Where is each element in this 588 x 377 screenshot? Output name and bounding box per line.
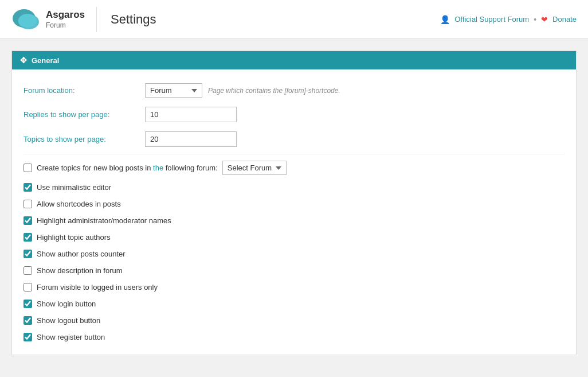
checkbox-row-highlight-admin: Highlight administrator/moderator names xyxy=(23,212,565,229)
checkbox-row-shortcodes: Allow shortcodes in posts xyxy=(23,196,565,212)
topics-per-page-control xyxy=(145,131,237,147)
forum-location-select[interactable]: Forum xyxy=(145,83,202,98)
cb-description-label[interactable]: Show description in forum xyxy=(37,266,123,275)
forum-location-row: Forum location: Forum Page which contain… xyxy=(23,79,565,102)
topics-per-page-label: Topics to show per page: xyxy=(23,135,138,143)
cb-shortcodes[interactable] xyxy=(23,200,32,208)
logo-sub: Forum xyxy=(46,21,85,29)
svg-point-2 xyxy=(18,14,37,28)
donate-label: Donate xyxy=(552,15,577,24)
replies-per-page-row: Replies to show per page: xyxy=(23,102,565,127)
checkbox-row-posts-counter: Show author posts counter xyxy=(23,246,565,262)
section-header: ✥ General xyxy=(12,51,576,69)
page-title: Settings xyxy=(111,12,440,27)
cb-login-btn[interactable] xyxy=(23,300,32,308)
cb-highlight-authors[interactable] xyxy=(23,233,32,242)
general-section: ✥ General Forum location: Forum Page whi… xyxy=(11,50,577,355)
cb-shortcodes-label[interactable]: Allow shortcodes in posts xyxy=(37,200,121,208)
cb-register-btn-label[interactable]: Show register button xyxy=(37,333,105,341)
checkbox-row-create-topics: Create topics for new blog posts in the … xyxy=(23,157,565,179)
section-title: General xyxy=(32,56,59,65)
logo-name: Asgaros xyxy=(46,9,85,21)
cb-logged-in-label[interactable]: Forum visible to logged in users only xyxy=(37,283,158,292)
cb-posts-counter-label[interactable]: Show author posts counter xyxy=(37,250,126,258)
app-header: Asgaros Forum Settings 👤 Official Suppor… xyxy=(0,0,588,39)
settings-body: Forum location: Forum Page which contain… xyxy=(12,69,576,355)
support-forum-link[interactable]: Official Support Forum xyxy=(454,15,529,24)
checkbox-row-highlight-authors: Highlight topic authors xyxy=(23,229,565,246)
cb-create-topics[interactable] xyxy=(23,164,32,172)
replies-per-page-label: Replies to show per page: xyxy=(23,110,138,119)
cb-minimalistic[interactable] xyxy=(23,183,32,192)
cb-register-btn[interactable] xyxy=(23,333,32,341)
replies-per-page-control xyxy=(145,107,237,122)
user-icon: 👤 xyxy=(440,15,450,24)
cb-posts-counter[interactable] xyxy=(23,250,32,258)
topics-per-page-input[interactable] xyxy=(145,131,237,147)
cb-logout-btn[interactable] xyxy=(23,316,32,325)
cb-login-btn-label[interactable]: Show login button xyxy=(37,300,96,308)
logo-text: Asgaros Forum xyxy=(46,9,85,29)
heart-icon: ❤ xyxy=(541,15,548,24)
select-forum-dropdown[interactable]: Select Forum xyxy=(222,161,287,175)
checkbox-row-minimalistic: Use minimalistic editor xyxy=(23,179,565,196)
cb-highlight-admin[interactable] xyxy=(23,216,32,225)
topics-per-page-row: Topics to show per page: xyxy=(23,127,565,151)
checkbox-row-description: Show description in forum xyxy=(23,262,565,279)
divider-1 xyxy=(23,154,565,154)
cb-logged-in[interactable] xyxy=(23,283,32,292)
checkbox-row-register-btn: Show register button xyxy=(23,329,565,345)
cb-highlight-admin-label[interactable]: Highlight administrator/moderator names xyxy=(37,216,171,225)
forum-location-control: Forum Page which contains the [forum]-sh… xyxy=(145,83,340,98)
main-content: ✥ General Forum location: Forum Page whi… xyxy=(0,39,588,376)
checkbox-row-login-btn: Show login button xyxy=(23,296,565,312)
forum-location-label: Forum location: xyxy=(23,86,138,95)
cb-create-topics-label[interactable]: Create topics for new blog posts in the … xyxy=(37,164,218,172)
cb-description[interactable] xyxy=(23,266,32,275)
cb-minimalistic-label[interactable]: Use minimalistic editor xyxy=(37,183,111,192)
logo-icon xyxy=(11,7,41,32)
logo: Asgaros Forum xyxy=(11,7,97,32)
forum-location-hint: Page which contains the [forum]-shortcod… xyxy=(208,87,340,95)
header-links: 👤 Official Support Forum • ❤ Donate xyxy=(440,15,577,24)
replies-per-page-input[interactable] xyxy=(145,107,237,122)
section-header-icon: ✥ xyxy=(20,56,27,65)
checkbox-row-logout-btn: Show logout button xyxy=(23,312,565,329)
cb-logout-btn-label[interactable]: Show logout button xyxy=(37,316,100,325)
separator: • xyxy=(534,15,536,24)
support-forum-label: Official Support Forum xyxy=(454,15,529,24)
cb-highlight-authors-label[interactable]: Highlight topic authors xyxy=(37,233,111,242)
checkbox-row-logged-in: Forum visible to logged in users only xyxy=(23,279,565,296)
donate-link[interactable]: Donate xyxy=(552,15,577,24)
